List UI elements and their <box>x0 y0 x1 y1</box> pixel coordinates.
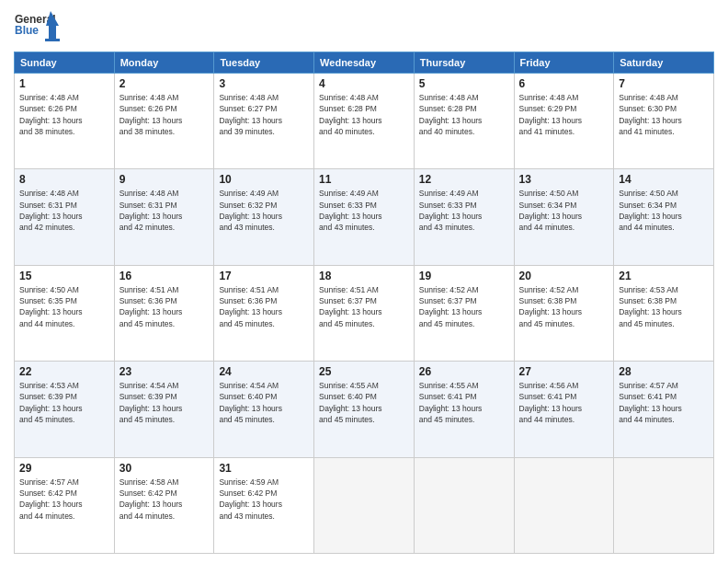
day-number: 1 <box>19 77 109 90</box>
day-number: 8 <box>19 173 109 186</box>
day-number: 23 <box>119 365 210 378</box>
day-number: 14 <box>619 173 709 186</box>
calendar-week-row: 29Sunrise: 4:57 AM Sunset: 6:42 PM Dayli… <box>15 457 714 553</box>
calendar-cell <box>314 457 415 553</box>
day-number: 6 <box>519 77 609 90</box>
calendar-week-row: 1Sunrise: 4:48 AM Sunset: 6:26 PM Daylig… <box>15 74 714 169</box>
calendar-cell: 24Sunrise: 4:54 AM Sunset: 6:40 PM Dayli… <box>214 362 314 457</box>
calendar-cell: 5Sunrise: 4:48 AM Sunset: 6:28 PM Daylig… <box>414 74 514 169</box>
col-saturday: Saturday <box>614 52 714 74</box>
day-info: Sunrise: 4:49 AM Sunset: 6:33 PM Dayligh… <box>319 188 409 233</box>
day-number: 17 <box>219 270 309 282</box>
col-friday: Friday <box>514 52 614 74</box>
day-info: Sunrise: 4:51 AM Sunset: 6:37 PM Dayligh… <box>319 284 409 329</box>
calendar-cell: 3Sunrise: 4:48 AM Sunset: 6:27 PM Daylig… <box>214 74 314 169</box>
calendar-week-row: 8Sunrise: 4:48 AM Sunset: 6:31 PM Daylig… <box>15 169 714 265</box>
svg-text:Blue: Blue <box>15 24 39 37</box>
calendar-cell: 13Sunrise: 4:50 AM Sunset: 6:34 PM Dayli… <box>514 169 614 265</box>
day-info: Sunrise: 4:50 AM Sunset: 6:35 PM Dayligh… <box>19 284 109 329</box>
day-info: Sunrise: 4:50 AM Sunset: 6:34 PM Dayligh… <box>619 188 709 233</box>
calendar-cell: 12Sunrise: 4:49 AM Sunset: 6:33 PM Dayli… <box>414 169 514 265</box>
calendar-cell: 16Sunrise: 4:51 AM Sunset: 6:36 PM Dayli… <box>114 265 214 361</box>
calendar-cell <box>514 457 614 553</box>
day-number: 18 <box>319 270 409 282</box>
col-tuesday: Tuesday <box>214 52 314 74</box>
calendar-cell: 20Sunrise: 4:52 AM Sunset: 6:38 PM Dayli… <box>514 265 614 361</box>
day-info: Sunrise: 4:54 AM Sunset: 6:39 PM Dayligh… <box>119 380 210 425</box>
calendar-cell: 15Sunrise: 4:50 AM Sunset: 6:35 PM Dayli… <box>15 265 115 361</box>
day-info: Sunrise: 4:49 AM Sunset: 6:33 PM Dayligh… <box>419 188 509 233</box>
day-info: Sunrise: 4:48 AM Sunset: 6:26 PM Dayligh… <box>119 92 210 137</box>
day-info: Sunrise: 4:53 AM Sunset: 6:38 PM Dayligh… <box>619 284 709 329</box>
calendar-cell: 23Sunrise: 4:54 AM Sunset: 6:39 PM Dayli… <box>114 362 214 457</box>
calendar-cell: 11Sunrise: 4:49 AM Sunset: 6:33 PM Dayli… <box>314 169 415 265</box>
calendar-cell: 10Sunrise: 4:49 AM Sunset: 6:32 PM Dayli… <box>214 169 314 265</box>
day-info: Sunrise: 4:56 AM Sunset: 6:41 PM Dayligh… <box>519 380 609 425</box>
calendar-cell: 6Sunrise: 4:48 AM Sunset: 6:29 PM Daylig… <box>514 74 614 169</box>
day-number: 16 <box>119 270 210 282</box>
calendar-cell: 26Sunrise: 4:55 AM Sunset: 6:41 PM Dayli… <box>414 362 514 457</box>
day-info: Sunrise: 4:51 AM Sunset: 6:36 PM Dayligh… <box>219 284 309 329</box>
calendar-cell: 8Sunrise: 4:48 AM Sunset: 6:31 PM Daylig… <box>15 169 115 265</box>
day-number: 11 <box>319 173 409 186</box>
day-number: 27 <box>519 365 609 378</box>
calendar-cell: 25Sunrise: 4:55 AM Sunset: 6:40 PM Dayli… <box>314 362 415 457</box>
day-number: 7 <box>619 77 709 90</box>
calendar-cell: 1Sunrise: 4:48 AM Sunset: 6:26 PM Daylig… <box>15 74 115 169</box>
day-info: Sunrise: 4:51 AM Sunset: 6:36 PM Dayligh… <box>119 284 210 329</box>
day-number: 24 <box>219 365 309 378</box>
calendar-cell: 2Sunrise: 4:48 AM Sunset: 6:26 PM Daylig… <box>114 74 214 169</box>
col-sunday: Sunday <box>15 52 115 74</box>
day-number: 25 <box>319 365 409 378</box>
calendar-cell: 19Sunrise: 4:52 AM Sunset: 6:37 PM Dayli… <box>414 265 514 361</box>
logo: General Blue <box>14 9 60 46</box>
day-number: 19 <box>419 270 509 282</box>
page: General Blue Sunday Monday Tuesday Wedne… <box>0 0 728 563</box>
day-info: Sunrise: 4:55 AM Sunset: 6:41 PM Dayligh… <box>419 380 509 425</box>
day-number: 29 <box>19 462 109 475</box>
day-info: Sunrise: 4:49 AM Sunset: 6:32 PM Dayligh… <box>219 188 309 233</box>
calendar-table: Sunday Monday Tuesday Wednesday Thursday… <box>14 52 714 554</box>
logo-svg: General Blue <box>14 9 60 46</box>
calendar-cell: 4Sunrise: 4:48 AM Sunset: 6:28 PM Daylig… <box>314 74 415 169</box>
day-number: 30 <box>119 462 210 475</box>
day-info: Sunrise: 4:48 AM Sunset: 6:28 PM Dayligh… <box>319 92 409 137</box>
calendar-cell: 9Sunrise: 4:48 AM Sunset: 6:31 PM Daylig… <box>114 169 214 265</box>
header: General Blue <box>14 9 714 46</box>
day-info: Sunrise: 4:48 AM Sunset: 6:30 PM Dayligh… <box>619 92 709 137</box>
day-number: 21 <box>619 270 709 282</box>
calendar-cell: 30Sunrise: 4:58 AM Sunset: 6:42 PM Dayli… <box>114 457 214 553</box>
day-number: 31 <box>219 462 309 475</box>
calendar-week-row: 15Sunrise: 4:50 AM Sunset: 6:35 PM Dayli… <box>15 265 714 361</box>
header-row: Sunday Monday Tuesday Wednesday Thursday… <box>15 52 714 74</box>
day-number: 2 <box>119 77 210 90</box>
calendar-cell: 22Sunrise: 4:53 AM Sunset: 6:39 PM Dayli… <box>15 362 115 457</box>
day-info: Sunrise: 4:48 AM Sunset: 6:27 PM Dayligh… <box>219 92 309 137</box>
day-info: Sunrise: 4:48 AM Sunset: 6:26 PM Dayligh… <box>19 92 109 137</box>
day-number: 26 <box>419 365 509 378</box>
calendar-cell: 7Sunrise: 4:48 AM Sunset: 6:30 PM Daylig… <box>614 74 714 169</box>
day-info: Sunrise: 4:53 AM Sunset: 6:39 PM Dayligh… <box>19 380 109 425</box>
day-info: Sunrise: 4:54 AM Sunset: 6:40 PM Dayligh… <box>219 380 309 425</box>
calendar-week-row: 22Sunrise: 4:53 AM Sunset: 6:39 PM Dayli… <box>15 362 714 457</box>
day-info: Sunrise: 4:58 AM Sunset: 6:42 PM Dayligh… <box>119 477 210 522</box>
day-number: 15 <box>19 270 109 282</box>
day-number: 9 <box>119 173 210 186</box>
calendar-cell: 14Sunrise: 4:50 AM Sunset: 6:34 PM Dayli… <box>614 169 714 265</box>
day-number: 3 <box>219 77 309 90</box>
calendar-cell <box>414 457 514 553</box>
calendar-cell: 18Sunrise: 4:51 AM Sunset: 6:37 PM Dayli… <box>314 265 415 361</box>
day-number: 10 <box>219 173 309 186</box>
day-number: 13 <box>519 173 609 186</box>
day-info: Sunrise: 4:52 AM Sunset: 6:37 PM Dayligh… <box>419 284 509 329</box>
day-number: 4 <box>319 77 409 90</box>
calendar-cell <box>614 457 714 553</box>
col-thursday: Thursday <box>414 52 514 74</box>
day-number: 28 <box>619 365 709 378</box>
day-info: Sunrise: 4:57 AM Sunset: 6:41 PM Dayligh… <box>619 380 709 425</box>
col-wednesday: Wednesday <box>314 52 415 74</box>
calendar-cell: 17Sunrise: 4:51 AM Sunset: 6:36 PM Dayli… <box>214 265 314 361</box>
day-number: 20 <box>519 270 609 282</box>
day-number: 12 <box>419 173 509 186</box>
calendar-cell: 21Sunrise: 4:53 AM Sunset: 6:38 PM Dayli… <box>614 265 714 361</box>
